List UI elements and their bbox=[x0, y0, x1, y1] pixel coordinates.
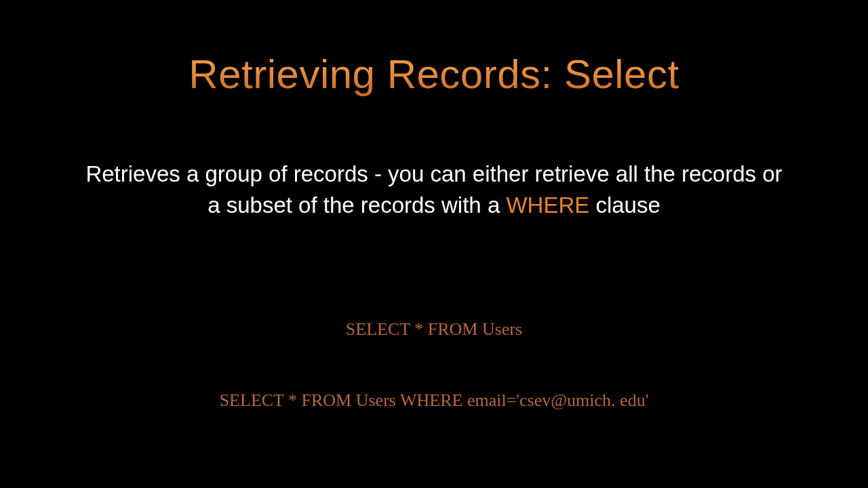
code-example-1: SELECT * FROM Users bbox=[68, 319, 800, 340]
code-example-2: SELECT * FROM Users WHERE email='csev@um… bbox=[68, 390, 800, 411]
where-keyword: WHERE bbox=[506, 192, 589, 218]
description-text-2: clause bbox=[589, 192, 660, 218]
description-text-1: Retrieves a group of records - you can e… bbox=[85, 161, 782, 218]
slide-container: Retrieving Records: Select Retrieves a g… bbox=[0, 0, 868, 488]
slide-description: Retrieves a group of records - you can e… bbox=[68, 159, 800, 221]
slide-title: Retrieving Records: Select bbox=[68, 51, 800, 98]
